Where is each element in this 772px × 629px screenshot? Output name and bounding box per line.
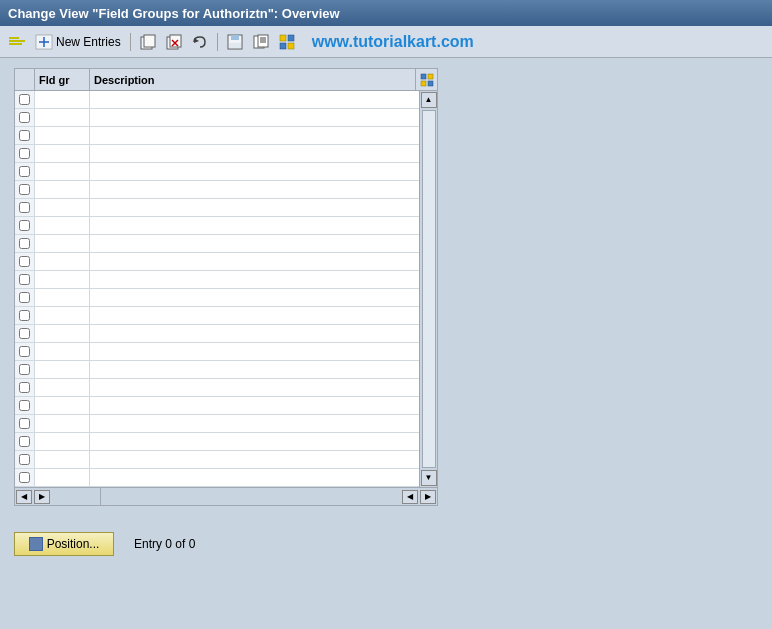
row-checkbox[interactable] xyxy=(15,451,35,468)
horiz-scroll-right-button-left[interactable]: ▶ xyxy=(34,490,50,504)
row-fldgr[interactable] xyxy=(35,163,90,180)
row-checkbox[interactable] xyxy=(15,469,35,486)
row-desc[interactable] xyxy=(90,163,419,180)
row-checkbox[interactable] xyxy=(15,91,35,108)
row-desc[interactable] xyxy=(90,451,419,468)
toolbar: New Entries xyxy=(0,26,772,58)
scrollbar-track[interactable] xyxy=(422,110,436,468)
position-button[interactable]: Position... xyxy=(14,532,114,556)
row-fldgr[interactable] xyxy=(35,379,90,396)
save-icon[interactable] xyxy=(224,31,246,53)
row-fldgr[interactable] xyxy=(35,253,90,270)
svg-rect-23 xyxy=(280,43,286,49)
row-fldgr[interactable] xyxy=(35,109,90,126)
row-desc[interactable] xyxy=(90,415,419,432)
vertical-scrollbar[interactable]: ▲ ▼ xyxy=(419,91,437,487)
row-desc[interactable] xyxy=(90,361,419,378)
row-checkbox[interactable] xyxy=(15,397,35,414)
row-fldgr[interactable] xyxy=(35,397,90,414)
row-desc[interactable] xyxy=(90,181,419,198)
row-checkbox[interactable] xyxy=(15,109,35,126)
row-desc[interactable] xyxy=(90,307,419,324)
row-fldgr[interactable] xyxy=(35,361,90,378)
row-desc[interactable] xyxy=(90,343,419,360)
undo-icon[interactable] xyxy=(189,31,211,53)
table-row xyxy=(15,289,419,307)
row-checkbox[interactable] xyxy=(15,361,35,378)
row-desc[interactable] xyxy=(90,433,419,450)
row-checkbox[interactable] xyxy=(15,415,35,432)
horiz-scroll-left-button-right[interactable]: ◀ xyxy=(402,490,418,504)
row-desc[interactable] xyxy=(90,217,419,234)
row-checkbox[interactable] xyxy=(15,199,35,216)
row-checkbox[interactable] xyxy=(15,271,35,288)
row-fldgr[interactable] xyxy=(35,91,90,108)
new-entries-button[interactable]: New Entries xyxy=(32,33,124,51)
row-fldgr[interactable] xyxy=(35,217,90,234)
row-fldgr[interactable] xyxy=(35,127,90,144)
row-desc[interactable] xyxy=(90,109,419,126)
row-desc[interactable] xyxy=(90,325,419,342)
row-desc[interactable] xyxy=(90,253,419,270)
new-entries-icon xyxy=(35,34,53,50)
row-fldgr[interactable] xyxy=(35,289,90,306)
row-fldgr[interactable] xyxy=(35,325,90,342)
row-desc[interactable] xyxy=(90,289,419,306)
row-checkbox[interactable] xyxy=(15,379,35,396)
toolbar-separator-2 xyxy=(217,33,218,51)
scroll-up-button[interactable]: ▲ xyxy=(421,92,437,108)
svg-rect-22 xyxy=(288,35,294,41)
row-fldgr[interactable] xyxy=(35,181,90,198)
toolbar-separator-1 xyxy=(130,33,131,51)
row-checkbox[interactable] xyxy=(15,307,35,324)
svg-rect-25 xyxy=(421,74,426,79)
horiz-scroll-left: ◀ ▶ xyxy=(15,488,101,505)
row-fldgr[interactable] xyxy=(35,307,90,324)
row-desc[interactable] xyxy=(90,271,419,288)
svg-rect-21 xyxy=(280,35,286,41)
row-checkbox[interactable] xyxy=(15,181,35,198)
row-checkbox[interactable] xyxy=(15,253,35,270)
row-fldgr[interactable] xyxy=(35,415,90,432)
row-checkbox[interactable] xyxy=(15,235,35,252)
horiz-scroll-right-button[interactable]: ▶ xyxy=(420,490,436,504)
svg-rect-24 xyxy=(288,43,294,49)
row-desc[interactable] xyxy=(90,127,419,144)
scroll-down-button[interactable]: ▼ xyxy=(421,470,437,486)
row-fldgr[interactable] xyxy=(35,145,90,162)
copy-rows-icon[interactable] xyxy=(137,31,159,53)
table-row xyxy=(15,91,419,109)
row-fldgr[interactable] xyxy=(35,199,90,216)
row-fldgr[interactable] xyxy=(35,235,90,252)
row-desc[interactable] xyxy=(90,379,419,396)
multipage-icon[interactable] xyxy=(250,31,272,53)
row-fldgr[interactable] xyxy=(35,343,90,360)
row-checkbox[interactable] xyxy=(15,325,35,342)
row-checkbox[interactable] xyxy=(15,343,35,360)
svg-rect-1 xyxy=(9,37,19,39)
row-checkbox[interactable] xyxy=(15,163,35,180)
column-settings-icon[interactable] xyxy=(415,69,437,90)
position-button-label: Position... xyxy=(47,537,100,551)
row-desc[interactable] xyxy=(90,145,419,162)
table-body xyxy=(15,91,419,487)
row-checkbox[interactable] xyxy=(15,433,35,450)
row-desc[interactable] xyxy=(90,199,419,216)
row-desc[interactable] xyxy=(90,235,419,252)
row-fldgr[interactable] xyxy=(35,433,90,450)
grid-icon[interactable] xyxy=(276,31,298,53)
row-fldgr[interactable] xyxy=(35,451,90,468)
row-checkbox[interactable] xyxy=(15,127,35,144)
row-checkbox[interactable] xyxy=(15,217,35,234)
row-desc[interactable] xyxy=(90,91,419,108)
row-checkbox[interactable] xyxy=(15,145,35,162)
row-checkbox[interactable] xyxy=(15,289,35,306)
horiz-scroll-left-button[interactable]: ◀ xyxy=(16,490,32,504)
svg-rect-26 xyxy=(428,74,433,79)
row-desc[interactable] xyxy=(90,397,419,414)
delete-rows-icon[interactable] xyxy=(163,31,185,53)
sap-menu-icon[interactable] xyxy=(6,31,28,53)
row-fldgr[interactable] xyxy=(35,469,90,486)
row-desc[interactable] xyxy=(90,469,419,486)
row-fldgr[interactable] xyxy=(35,271,90,288)
